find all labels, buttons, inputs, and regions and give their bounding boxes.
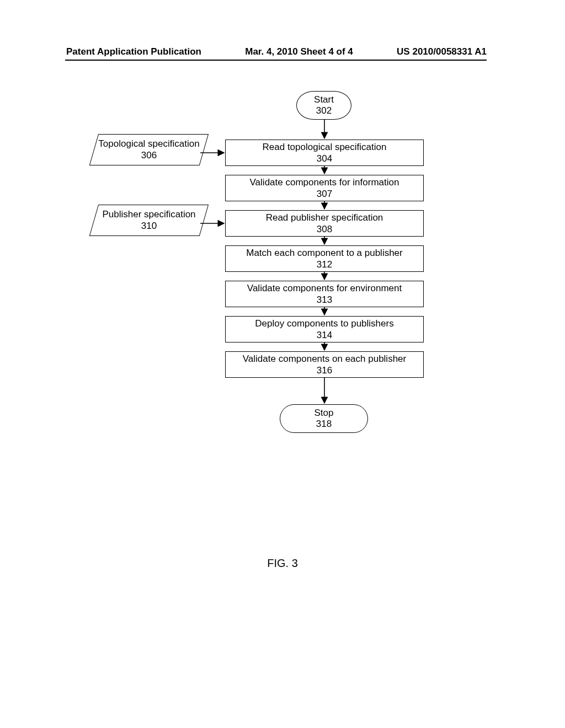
process-step-4: Validate components for environment 313 (225, 281, 424, 307)
input-num: 306 (94, 149, 204, 161)
input-label: Topological specification (94, 138, 204, 149)
header-left: Patent Application Publication (66, 46, 201, 57)
page-header: Patent Application Publication Mar. 4, 2… (0, 46, 565, 57)
step-num: 314 (228, 329, 421, 341)
input-publisher-spec: Publisher specification 310 (94, 205, 204, 236)
step-label: Deploy components to publishers (228, 318, 421, 329)
header-rule (65, 60, 487, 61)
step-num: 316 (228, 365, 421, 376)
process-step-5: Deploy components to publishers 314 (225, 316, 424, 342)
process-step-0: Read topological specification 304 (225, 140, 424, 166)
process-step-3: Match each component to a publisher 312 (225, 245, 424, 272)
header-right: US 2010/0058331 A1 (397, 46, 487, 57)
input-topological-spec: Topological specification 306 (94, 134, 204, 165)
step-label: Validate components for environment (228, 282, 421, 294)
figure-label: FIG. 3 (0, 557, 565, 570)
step-label: Validate components on each publisher (228, 353, 421, 365)
start-label: Start (302, 94, 345, 105)
step-num: 307 (228, 188, 421, 200)
process-step-1: Validate components for information 307 (225, 175, 424, 201)
input-num: 310 (94, 220, 204, 232)
terminator-stop: Stop 318 (280, 404, 368, 433)
process-step-2: Read publisher specification 308 (225, 210, 424, 237)
step-num: 312 (228, 259, 421, 270)
step-label: Read publisher specification (228, 212, 421, 223)
input-label: Publisher specification (94, 208, 204, 220)
stop-num: 318 (286, 419, 362, 430)
start-num: 302 (302, 105, 345, 116)
stop-label: Stop (286, 408, 362, 419)
terminator-start: Start 302 (296, 91, 351, 120)
header-center: Mar. 4, 2010 Sheet 4 of 4 (245, 46, 353, 57)
step-num: 313 (228, 294, 421, 306)
step-num: 308 (228, 223, 421, 235)
step-num: 304 (228, 153, 421, 164)
step-label: Match each component to a publisher (228, 247, 421, 259)
step-label: Read topological specification (228, 141, 421, 153)
step-label: Validate components for information (228, 176, 421, 188)
process-step-6: Validate components on each publisher 31… (225, 351, 424, 378)
